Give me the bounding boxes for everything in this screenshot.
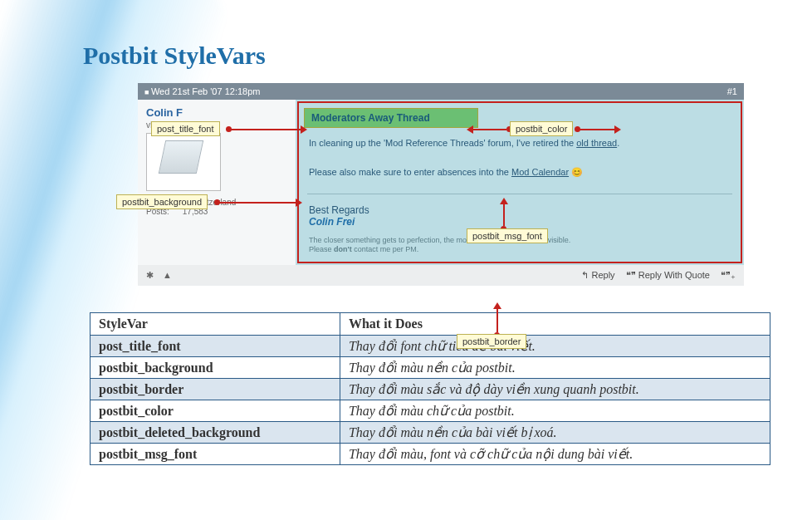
link-old-thread[interactable]: old thread [576,138,617,148]
page-title: Postbit StyleVars [83,42,754,70]
star-icon[interactable]: ✱ [146,270,154,280]
post-message: In cleaning up the 'Mod Reference Thread… [299,128,741,189]
table-row: postbit_deleted_backgroundThay đổi màu n… [90,422,770,444]
reply-button[interactable]: ↰ Reply [581,270,614,280]
table-row: post_title_fontThay đổi font chữ tiêu đề… [90,336,770,357]
smile-icon: 😊 [571,167,583,177]
reply-quote-button[interactable]: ❝❞ Reply With Quote [626,270,710,280]
post: Wed 21st Feb '07 12:18pm #1 Colin F vBul… [138,83,744,286]
avatar [146,133,221,191]
table-row: postbit_borderThay đổi màu sắc và độ dày… [90,379,770,400]
multiquote-button[interactable]: ❝❞₊ [721,270,736,280]
table-header-row: StyleVar What it Does [90,313,770,336]
table-row: postbit_msg_fontThay đổi màu, font và cỡ… [90,444,770,465]
post-number: #1 [727,86,737,96]
table-row: postbit_backgroundThay đổi màu nền của p… [90,357,770,379]
stylevar-table: StyleVar What it Does post_title_fontTha… [90,312,770,465]
post-footer: ✱ ▲ ↰ Reply ❝❞ Reply With Quote ❝❞₊ [138,265,744,286]
th-desc: What it Does [340,313,770,336]
post-header: Wed 21st Feb '07 12:18pm #1 [138,83,744,100]
postbit-illustration: Wed 21st Feb '07 12:18pm #1 Colin F vBul… [138,83,744,286]
link-mod-calendar[interactable]: Mod Calendar [511,167,569,177]
warn-icon[interactable]: ▲ [163,270,172,280]
th-stylevar: StyleVar [90,313,340,336]
thread-title: Moderators Away Thread [304,108,478,128]
callout-postbit-border: postbit_border [457,334,526,349]
quote-icon: ❝❞ [626,270,636,280]
table-row: postbit_colorThay đổi màu chữ của postbi… [90,400,770,422]
callout-postbit-background: postbit_background [116,194,208,209]
callout-postbit-msg-font: postbit_msg_font [467,228,548,243]
callout-post-title-font: post_title_font [151,121,220,136]
reply-icon: ↰ [581,270,589,280]
callout-postbit-color: postbit_color [510,121,573,136]
post-username[interactable]: Colin F [146,106,287,119]
post-date: Wed 21st Feb '07 12:18pm [144,86,260,96]
